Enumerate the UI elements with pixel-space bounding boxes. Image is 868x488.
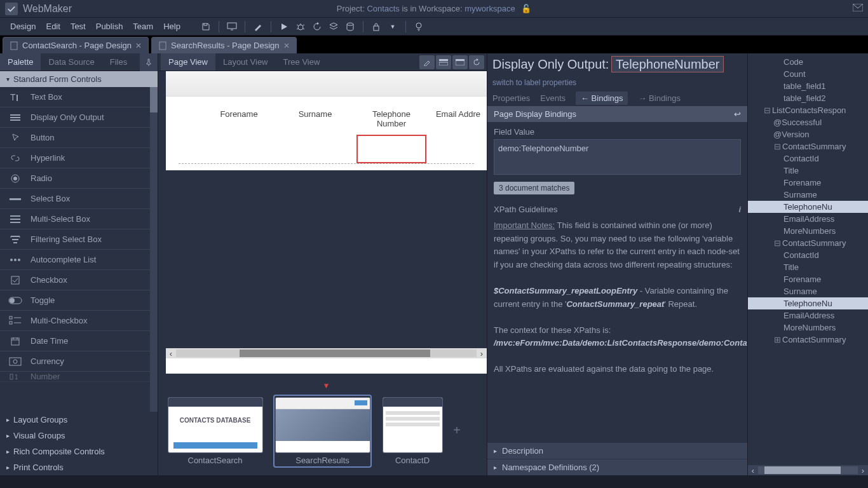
tree-node[interactable]: @Version	[748, 128, 868, 140]
col-email[interactable]: Email Addre	[433, 103, 484, 135]
lightbulb-icon[interactable]	[411, 19, 426, 34]
view-tab-page[interactable]: Page View	[161, 53, 215, 71]
tree-node[interactable]: ContactId	[748, 249, 868, 261]
tree-node[interactable]: MoreNumbers	[748, 322, 868, 334]
palette-item-button[interactable]: Button	[0, 128, 158, 148]
refresh-icon[interactable]	[469, 55, 484, 69]
view-tab-layout[interactable]: Layout View	[215, 53, 276, 71]
palette-section-layout[interactable]: ▸Layout Groups	[0, 412, 158, 428]
props-tab-events[interactable]: Events	[540, 93, 566, 103]
cell[interactable]	[280, 135, 350, 163]
scroll-left-icon[interactable]: ‹	[748, 466, 758, 475]
edit-icon[interactable]	[419, 55, 435, 69]
field-value-input[interactable]	[494, 139, 741, 175]
tab-contactsearch[interactable]: ContactSearch - Page Design ✕	[3, 37, 149, 53]
palette-item-filterselect[interactable]: Filtering Select Box	[0, 229, 158, 250]
scrollbar[interactable]	[150, 87, 158, 412]
cell[interactable]	[204, 135, 274, 163]
menu-team[interactable]: Team	[128, 19, 158, 34]
collapse-namespace[interactable]: ▸Namespace Definitions (2)	[487, 459, 747, 475]
play-icon[interactable]	[276, 19, 292, 34]
palette-item-checkbox[interactable]: Checkbox	[0, 270, 158, 290]
palette-item-radio[interactable]: Radio	[0, 168, 158, 189]
menu-edit[interactable]: Edit	[41, 19, 65, 34]
tree-node[interactable]: ⊟ListContactsRespon	[748, 104, 868, 116]
refresh-icon[interactable]	[309, 19, 325, 34]
palette-item-multicheckbox[interactable]: Multi-Checkbox	[0, 311, 158, 331]
col-forename[interactable]: Forename	[204, 103, 274, 135]
collapse-icon[interactable]: ⊟	[763, 105, 771, 115]
cell-selected[interactable]	[356, 135, 426, 163]
collapse-description[interactable]: ▸Description	[487, 442, 747, 459]
close-icon[interactable]: ✕	[135, 41, 142, 50]
palette-section-visual[interactable]: ▸Visual Groups	[0, 428, 158, 444]
workspace-link[interactable]: myworkspace	[465, 4, 515, 13]
menu-publish[interactable]: Publish	[91, 19, 128, 34]
palette-item-toggle[interactable]: Toggle	[0, 290, 158, 311]
tree-node[interactable]: table_field2	[748, 92, 868, 104]
scroll-track[interactable]	[758, 466, 858, 474]
matches-badge[interactable]: 3 document matches	[494, 182, 574, 194]
database-icon[interactable]	[342, 19, 358, 34]
palette-item-currency[interactable]: Currency	[0, 351, 158, 372]
tree-node[interactable]: TelephoneNu	[748, 297, 868, 309]
palette-section-rich[interactable]: ▸Rich Composite Controls	[0, 444, 158, 459]
palette-item-datetime[interactable]: Date Time	[0, 331, 158, 351]
tree-node[interactable]: @Successful	[748, 116, 868, 128]
collapse-icon[interactable]: ⊟	[773, 142, 781, 151]
unlock-icon[interactable]: 🔓	[521, 4, 531, 13]
palette-item-autocomplete[interactable]: Autocomplete List	[0, 250, 158, 270]
scroll-thumb[interactable]	[240, 349, 430, 357]
thumb-contactsearch[interactable]: CONTACTS DATABASE ContactSearch	[166, 397, 264, 465]
thumb-contactdetail[interactable]: ContactD	[381, 397, 444, 465]
design-canvas[interactable]: Forename Surname Telephone Number Email …	[166, 71, 487, 374]
tree-node[interactable]: Forename	[748, 273, 868, 285]
data-tree[interactable]: CodeCounttable_field1table_field2⊟ListCo…	[748, 53, 868, 475]
col-telephone[interactable]: Telephone Number	[356, 103, 426, 135]
col-surname[interactable]: Surname	[280, 103, 350, 135]
tree-node[interactable]: ⊟ContactSummary	[748, 140, 868, 152]
tree-node[interactable]: ContactId	[748, 152, 868, 165]
tree-node[interactable]: TelephoneNu	[748, 201, 868, 213]
scroll-left-icon[interactable]: ‹	[166, 349, 176, 358]
tree-node[interactable]: Title	[748, 165, 868, 177]
scroll-right-icon[interactable]: ›	[858, 466, 868, 475]
monitor-icon[interactable]	[224, 19, 240, 34]
sidebar-tab-palette[interactable]: Palette	[0, 53, 41, 71]
tree-node[interactable]: Surname	[748, 189, 868, 201]
sidebar-tab-files[interactable]: Files	[102, 53, 135, 71]
tree-node[interactable]: Code	[748, 56, 868, 68]
palette-section-print[interactable]: ▸Print Controls	[0, 459, 158, 475]
tab-searchresults[interactable]: SearchResults - Page Design ✕	[151, 37, 297, 53]
palette-item-selectbox[interactable]: Select Box	[0, 189, 158, 209]
tree-node[interactable]: ⊞ContactSummary	[748, 334, 868, 346]
layout2-icon[interactable]	[452, 55, 468, 69]
menu-help[interactable]: Help	[158, 19, 186, 34]
pin-icon[interactable]	[140, 53, 158, 71]
close-icon[interactable]: ✕	[283, 41, 290, 50]
cell[interactable]	[433, 135, 484, 163]
scroll-right-icon[interactable]: ›	[477, 349, 487, 358]
tree-node[interactable]: EmailAddress	[748, 213, 868, 225]
tree-node[interactable]: EmailAddress	[748, 309, 868, 322]
palette-item-number[interactable]: 1Number	[0, 372, 158, 382]
menu-test[interactable]: Test	[65, 19, 91, 34]
mail-icon[interactable]	[853, 4, 863, 13]
view-tab-tree[interactable]: Tree View	[276, 53, 328, 71]
h-scrollbar[interactable]: ‹ ›	[166, 348, 487, 358]
chevron-down-icon[interactable]: ▼	[385, 19, 400, 34]
sidebar-tab-datasource[interactable]: Data Source	[41, 53, 102, 71]
scrollbar-thumb[interactable]	[150, 87, 158, 112]
layout1-icon[interactable]	[436, 55, 451, 69]
thumb-searchresults[interactable]: SearchResults	[273, 395, 372, 468]
tree-node[interactable]: ⊟ContactSummary	[748, 237, 868, 249]
tree-h-scrollbar[interactable]: ‹ ›	[748, 465, 868, 475]
add-page-button[interactable]: +	[453, 423, 468, 438]
layers-icon[interactable]	[326, 19, 341, 34]
tree-node[interactable]: MoreNumbers	[748, 225, 868, 237]
brush-icon[interactable]	[250, 19, 266, 34]
palette-item-hyperlink[interactable]: Hyperlink	[0, 148, 158, 168]
bug-icon[interactable]	[293, 19, 308, 34]
scroll-track[interactable]	[176, 349, 477, 357]
tree-node[interactable]: Forename	[748, 177, 868, 189]
